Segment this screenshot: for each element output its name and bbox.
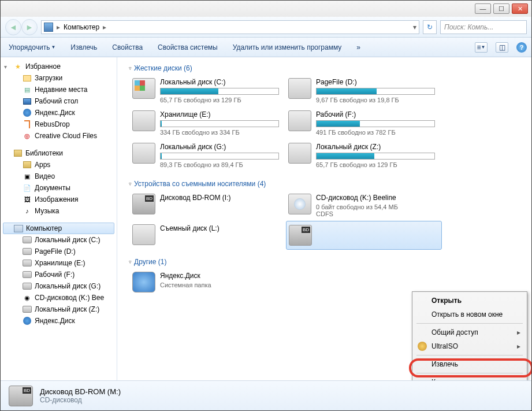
navigation-pane: ▾★Избранное Загрузки ▤Недавние места Раб… [1,57,117,381]
sidebar-item-music[interactable]: ♪Музыка [1,205,117,217]
sidebar-item-label: Яндекс.Диск [35,317,75,325]
sidebar-item-pictures[interactable]: 🖼Изображения [1,194,117,205]
uninstall-button[interactable]: Удалить или изменить программу [229,41,345,54]
search-input[interactable]: Поиск: Компь... [440,20,527,34]
sidebar-libraries[interactable]: Библиотеки [1,147,117,159]
drive-free: 334 ГБ свободно из 334 ГБ [160,129,279,136]
drive-c[interactable]: Локальный диск (C:)65,7 ГБ свободно из 1… [130,75,286,107]
star-icon: ★ [13,62,23,71]
sidebar-item-drive-c[interactable]: Локальный диск (C:) [1,234,117,246]
forward-button[interactable]: ► [21,19,38,35]
library-icon [23,160,32,169]
computer-icon [14,224,23,233]
chevron-down-icon[interactable]: ▾ [413,23,416,31]
collapse-icon: ▾ [4,64,10,70]
drive-yandexdisk[interactable]: Яндекс.ДискСистемная папка [130,268,286,296]
context-menu: Открыть Открыть в новом окне Общий досту… [412,291,527,381]
minimize-button[interactable]: — [475,3,491,14]
drive-f[interactable]: Рабочий (F:)491 ГБ свободно из 782 ГБ [286,107,442,139]
drive-name: Яндекс.Диск [160,272,279,280]
drive-fs: CDFS [316,210,435,217]
sidebar-computer[interactable]: Компьютер [3,223,114,234]
sidebar-item-label: Недавние места [35,86,87,94]
system-properties-button[interactable]: Свойства системы [154,41,221,54]
sidebar-item-videos[interactable]: ▣Видео [1,171,117,182]
sidebar-item-drive-z[interactable]: Локальный диск (Z:) [1,303,117,315]
context-share[interactable]: Общий доступ [414,325,525,339]
preview-pane-button[interactable]: ◫ [496,42,508,53]
folder-icon [23,73,32,83]
drive-g[interactable]: Локальный диск (G:)89,3 ГБ свободно из 8… [130,139,286,172]
breadcrumb-label[interactable]: Компьютер [64,23,99,31]
drive-name: Рабочий (F:) [316,110,435,119]
drive-name: Хранилище (E:) [160,110,279,119]
drive-e[interactable]: Хранилище (E:)334 ГБ свободно из 334 ГБ [130,107,286,139]
drive-cd-k[interactable]: CD-дисковод (K:) Beeline0 байт свободно … [286,190,442,221]
bd-drive-icon [289,225,312,246]
sidebar-item-label: Локальный диск (G:) [35,282,101,290]
sidebar-favorites[interactable]: ▾★Избранное [1,61,117,72]
drive-icon [23,235,32,245]
sidebar-item-label: Рабочий стол [35,97,78,105]
sidebar-item-yandexdisk-drive[interactable]: Яндекс.Диск [1,315,117,327]
toolbar-overflow[interactable]: » [353,41,364,54]
drive-bd-m-selected[interactable] [286,221,442,250]
cd-drive-icon [288,194,311,214]
section-header-hdd[interactable]: ▿Жесткие диски (6) [120,62,531,75]
context-open[interactable]: Открыть [414,294,525,308]
sidebar-item-label: Creative Cloud Files [35,132,97,140]
view-button[interactable]: ≡ ▼ [475,42,488,53]
sidebar-item-drive-f[interactable]: Рабочий (F:) [1,269,117,280]
drive-free: 9,67 ГБ свободно из 19,8 ГБ [316,97,435,103]
sidebar-item-drive-e[interactable]: Хранилище (E:) [1,257,117,269]
drive-z[interactable]: Локальный диск (Z:)65,7 ГБ свободно из 1… [286,139,442,172]
drive-d[interactable]: PageFile (D:)9,67 ГБ свободно из 19,8 ГБ [286,75,442,107]
creative-cloud-icon: ◎ [23,131,32,140]
sidebar-item-rebusdrop[interactable]: RebusDrop [1,119,117,130]
sidebar-item-apps[interactable]: Apps [1,159,117,171]
sidebar-item-drive-d[interactable]: PageFile (D:) [1,246,117,257]
eject-button[interactable]: Извлечь [67,41,101,54]
refresh-icon: ↻ [427,23,433,31]
sidebar-item-recent[interactable]: ▤Недавние места [1,84,117,95]
sidebar-item-yandexdisk[interactable]: Яндекс.Диск [1,107,117,119]
back-button[interactable]: ◄ [5,19,21,35]
details-pane: Дисковод BD-ROM (M:) CD-дисковод [1,380,531,410]
maximize-button[interactable]: ☐ [493,3,509,14]
sidebar-item-documents[interactable]: 📄Документы [1,182,117,194]
sidebar-item-drive-k[interactable]: ◉CD-дисковод (K:) Bee [1,292,117,303]
pictures-icon: 🖼 [23,195,32,204]
help-button[interactable]: ? [516,42,527,53]
breadcrumb[interactable]: ▸ Компьютер ▸ ▾ [41,20,419,34]
search-placeholder: Поиск: Компь... [444,23,493,31]
sidebar-item-downloads[interactable]: Загрузки [1,72,117,84]
section-header-removable[interactable]: ▿Устройства со съемными носителями (4) [120,177,531,190]
refresh-button[interactable]: ↻ [423,20,437,34]
context-open-new[interactable]: Открыть в новом окне [414,308,525,321]
section-header-other[interactable]: ▿Другие (1) [120,256,531,268]
yandex-disk-icon [23,316,32,325]
collapse-icon: ▿ [129,65,132,71]
sidebar-item-label: Документы [35,184,70,192]
drive-icon [23,247,32,256]
drive-removable-l[interactable]: Съемный диск (L:) [130,221,286,250]
close-button[interactable]: ✕ [512,3,528,14]
drive-icon [132,110,155,131]
context-ultraiso[interactable]: UltraISO [414,339,525,353]
drive-name: Дисковод BD-ROM (I:) [160,194,279,202]
sidebar-item-desktop[interactable]: Рабочий стол [1,95,117,107]
sidebar-item-label: Музыка [35,207,59,215]
drive-bd-i[interactable]: Дисковод BD-ROM (I:) [130,190,286,221]
drive-name: Съемный диск (L:) [160,224,279,232]
collapse-icon: ▿ [129,181,132,187]
context-eject[interactable]: Извлечь [414,357,525,371]
sidebar-item-drive-g[interactable]: Локальный диск (G:) [1,280,117,292]
drive-name: CD-дисковод (K:) Beeline [316,194,435,202]
properties-button[interactable]: Свойства [109,41,146,54]
drive-free: 89,3 ГБ свободно из 89,4 ГБ [160,161,279,168]
sidebar-item-creativecloud[interactable]: ◎Creative Cloud Files [1,130,117,142]
sidebar-item-label: Загрузки [35,74,62,82]
organize-button[interactable]: Упорядочить ▼ [5,41,59,54]
yandex-disk-icon [132,272,155,292]
drive-name: Локальный диск (Z:) [316,143,435,151]
